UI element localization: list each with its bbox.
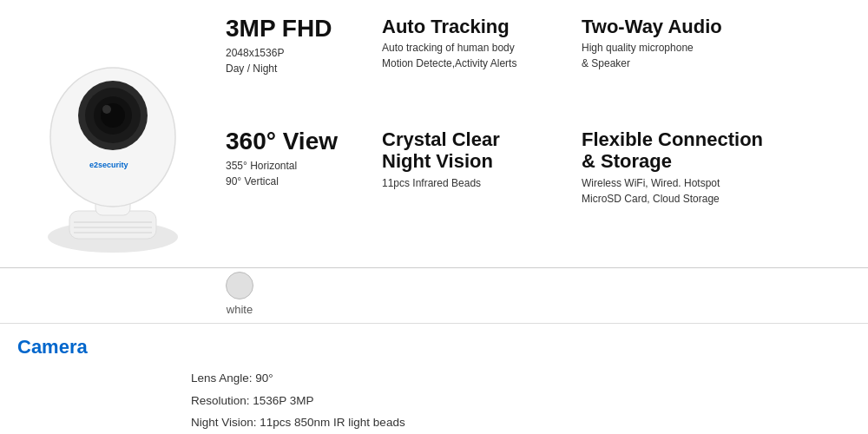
camera-product-image: e2security <box>9 16 217 259</box>
feature-360-view-subtitle: 355° Horizontal90° Vertical <box>226 158 372 189</box>
feature-auto-tracking: Auto Tracking Auto tracking of human bod… <box>382 16 582 128</box>
camera-section-title: Camera <box>17 336 851 358</box>
spec-night-vision: Night Vision: 11pcs 850nm IR light beads <box>191 411 851 434</box>
feature-resolution-subtitle: 2048x1536PDay / Night <box>226 45 372 76</box>
spec-resolution: Resolution: 1536P 3MP <box>191 390 851 412</box>
feature-two-way-audio-subtitle: High quality microphone& Speaker <box>582 40 840 71</box>
feature-flexible-connection-title: Flexible Connection& Storage <box>582 128 840 173</box>
color-option-white[interactable]: white <box>226 272 253 316</box>
feature-360-view: 360° View 355° Horizontal90° Vertical <box>226 128 382 259</box>
svg-text:e2security: e2security <box>89 161 128 169</box>
feature-resolution-title: 3MP FHD <box>226 16 372 43</box>
feature-two-way-audio-title: Two-Way Audio <box>582 16 840 37</box>
feature-resolution: 3MP FHD 2048x1536PDay / Night <box>226 16 382 128</box>
feature-two-way-audio: Two-Way Audio High quality microphone& S… <box>582 16 851 128</box>
feature-night-vision-subtitle: 11pcs Infrared Beads <box>382 175 571 191</box>
color-swatch-white <box>226 272 253 299</box>
feature-auto-tracking-subtitle: Auto tracking of human bodyMotion Detect… <box>382 40 571 71</box>
svg-point-11 <box>102 105 111 114</box>
feature-auto-tracking-title: Auto Tracking <box>382 16 571 37</box>
spec-lens-angle: Lens Angle: 90° <box>191 367 851 390</box>
feature-night-vision-title: Crystal ClearNight Vision <box>382 128 571 173</box>
feature-night-vision: Crystal ClearNight Vision 11pcs Infrared… <box>382 128 582 259</box>
color-label-white: white <box>227 303 253 316</box>
feature-flexible-connection-subtitle: Wireless WiFi, Wired. HotspotMicroSD Car… <box>582 175 840 207</box>
camera-specs: Lens Angle: 90° Resolution: 1536P 3MP Ni… <box>17 367 851 434</box>
bottom-section: Camera Lens Angle: 90° Resolution: 1536P… <box>0 324 868 434</box>
features-grid: 3MP FHD 2048x1536PDay / Night Auto Track… <box>217 16 851 259</box>
feature-flexible-connection: Flexible Connection& Storage Wireless Wi… <box>582 128 851 259</box>
feature-360-view-title: 360° View <box>226 128 372 155</box>
